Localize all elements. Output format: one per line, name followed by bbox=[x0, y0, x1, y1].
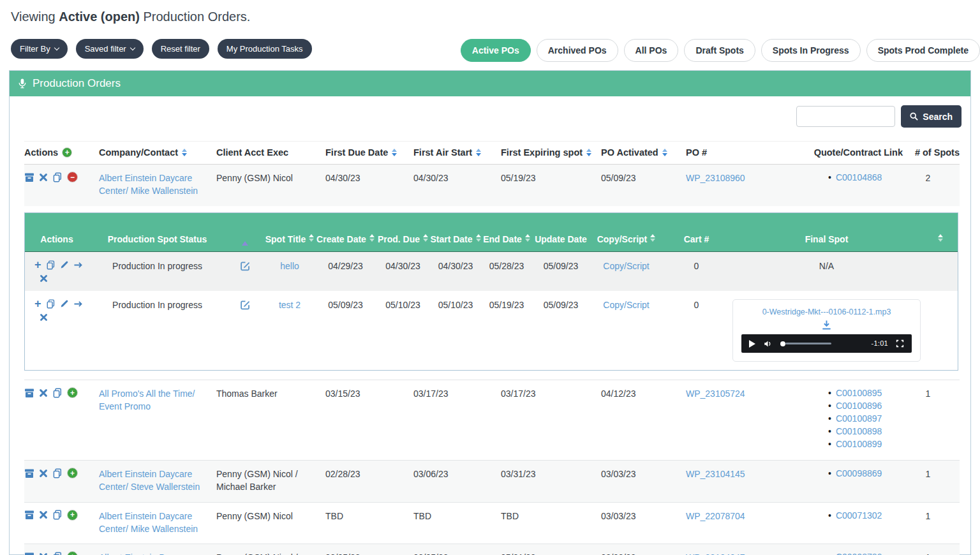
col-po-activated[interactable]: PO Activated bbox=[601, 147, 686, 158]
tab-draft-spots[interactable]: Draft Spots bbox=[684, 39, 755, 62]
po-number-link[interactable]: WP_23104145 bbox=[686, 469, 745, 479]
col-first-expiring[interactable]: First Expiring spot bbox=[501, 147, 601, 158]
arrow-right-icon[interactable] bbox=[73, 300, 83, 308]
delete-x-icon[interactable] bbox=[39, 552, 48, 555]
tab-archived-pos[interactable]: Archived POs bbox=[537, 39, 618, 62]
play-icon[interactable] bbox=[749, 340, 755, 348]
archive-icon[interactable] bbox=[24, 552, 34, 555]
delete-x-icon[interactable] bbox=[40, 274, 48, 283]
reset-filter-button[interactable]: Reset filter bbox=[152, 39, 209, 59]
spot-copy-script-cell: Copy/Script bbox=[590, 299, 663, 312]
activate-icon[interactable]: + bbox=[67, 468, 78, 478]
quote-link[interactable]: C00100895 bbox=[836, 387, 882, 400]
edit-square-icon[interactable] bbox=[240, 260, 251, 271]
col-company[interactable]: Company/Contact bbox=[99, 147, 216, 158]
copy-icon[interactable] bbox=[52, 172, 63, 182]
delete-x-icon[interactable] bbox=[40, 313, 48, 322]
pencil-icon[interactable] bbox=[60, 299, 69, 308]
copy-icon[interactable] bbox=[46, 299, 56, 309]
filter-by-label: Filter By bbox=[20, 44, 50, 54]
num-spots-cell: 1 bbox=[903, 510, 960, 522]
po-number-link[interactable]: WP_22078704 bbox=[686, 511, 745, 521]
archive-icon[interactable] bbox=[24, 510, 34, 520]
edit-square-icon[interactable] bbox=[240, 299, 251, 310]
tab-spots-prod-complete[interactable]: Spots Prod Complete bbox=[866, 39, 980, 62]
company-contact-cell: Albert Einstein Daycare Center/ Mike Wal… bbox=[99, 510, 216, 536]
delete-x-icon[interactable] bbox=[39, 510, 48, 519]
company-contact-link[interactable]: Albert Einstein Daycare Center/ Mike Wal… bbox=[99, 173, 198, 196]
company-contact-link[interactable]: Albert Einstein Daycare Center/ Mike Wal… bbox=[99, 511, 198, 534]
volume-icon[interactable] bbox=[763, 339, 773, 348]
activate-icon[interactable]: + bbox=[67, 551, 78, 555]
copy-icon[interactable] bbox=[52, 552, 63, 555]
copy-icon[interactable] bbox=[52, 468, 63, 478]
my-production-tasks-button[interactable]: My Production Tasks bbox=[218, 39, 312, 59]
add-icon[interactable]: + bbox=[34, 260, 41, 269]
company-contact-link[interactable]: All Promo's All the Time/ Event Promo bbox=[99, 389, 195, 411]
saved-filter-button[interactable]: Saved filter bbox=[76, 39, 144, 59]
activate-icon[interactable]: + bbox=[67, 387, 78, 398]
microphone-icon bbox=[18, 78, 27, 89]
spot-title-link[interactable]: hello bbox=[280, 261, 299, 271]
quote-link[interactable]: C00104868 bbox=[836, 172, 882, 184]
copy-script-link[interactable]: Copy/Script bbox=[603, 261, 649, 271]
spot-col-tail-sort[interactable] bbox=[923, 234, 958, 246]
audio-file-link[interactable]: 0-Westridge-Mkt---0106-0112-1.mp3 bbox=[741, 307, 912, 318]
spot-col-end-label: End Date bbox=[483, 233, 522, 246]
toolbar: Filter By Saved filter Reset filter My P… bbox=[11, 39, 980, 62]
quote-link[interactable]: C00071302 bbox=[836, 510, 882, 522]
copy-icon[interactable] bbox=[52, 510, 63, 520]
copy-icon[interactable] bbox=[52, 388, 63, 398]
spot-col-title[interactable]: Spot Title bbox=[264, 233, 315, 246]
quote-link[interactable]: C00100897 bbox=[836, 413, 882, 426]
spot-col-start[interactable]: Start Date bbox=[430, 233, 481, 246]
seek-handle[interactable] bbox=[780, 341, 785, 346]
quote-link[interactable]: C00098786 bbox=[836, 551, 882, 555]
col-first-air[interactable]: First Air Start bbox=[413, 147, 501, 158]
copy-icon[interactable] bbox=[46, 260, 56, 270]
fullscreen-icon[interactable] bbox=[896, 339, 904, 348]
search-input[interactable] bbox=[796, 106, 895, 127]
quote-link[interactable]: C00100899 bbox=[836, 438, 882, 451]
quote-link[interactable]: C00100896 bbox=[836, 400, 882, 413]
spot-col-copy-script[interactable]: Copy/Script bbox=[590, 233, 663, 246]
spot-col-status[interactable]: Production Spot Status bbox=[89, 233, 226, 246]
archive-icon[interactable] bbox=[24, 388, 34, 398]
spot-create-cell: 05/09/23 bbox=[315, 299, 376, 312]
spot-col-end[interactable]: End Date bbox=[481, 233, 532, 246]
tab-spots-in-progress[interactable]: Spots In Progress bbox=[761, 39, 861, 62]
search-icon bbox=[910, 112, 918, 121]
add-po-icon[interactable]: + bbox=[62, 147, 72, 158]
filter-by-button[interactable]: Filter By bbox=[11, 39, 68, 59]
tab-all-pos[interactable]: All POs bbox=[624, 39, 679, 62]
arrow-right-icon[interactable] bbox=[73, 261, 83, 269]
search-button[interactable]: Search bbox=[901, 105, 961, 128]
spot-end-cell: 05/28/23 bbox=[481, 260, 532, 273]
delete-x-icon[interactable] bbox=[39, 173, 48, 182]
archive-icon[interactable] bbox=[24, 468, 34, 478]
archive-icon[interactable] bbox=[24, 172, 34, 182]
download-icon[interactable] bbox=[741, 320, 912, 330]
po-number-cell: WP_23105724 bbox=[686, 387, 788, 400]
delete-x-icon[interactable] bbox=[39, 469, 48, 478]
spot-col-create[interactable]: Create Date bbox=[315, 233, 376, 246]
spot-title-link[interactable]: test 2 bbox=[279, 300, 301, 310]
seek-bar[interactable] bbox=[780, 341, 863, 346]
company-contact-link[interactable]: Albert Einstein Daycare Center/ Steve Wa… bbox=[99, 469, 200, 492]
tab-active-pos[interactable]: Active POs bbox=[461, 39, 531, 62]
quote-link[interactable]: C00098869 bbox=[836, 468, 882, 480]
pencil-icon[interactable] bbox=[60, 260, 69, 269]
deactivate-icon[interactable]: − bbox=[67, 172, 78, 182]
po-number-link[interactable]: WP_23104047 bbox=[686, 552, 745, 555]
copy-script-link[interactable]: Copy/Script bbox=[603, 300, 649, 310]
row-actions: + bbox=[24, 551, 99, 555]
delete-x-icon[interactable] bbox=[39, 389, 48, 397]
col-first-due[interactable]: First Due Date bbox=[325, 147, 413, 158]
company-contact-link[interactable]: Albert Einstein Daycare bbox=[99, 552, 192, 555]
po-number-link[interactable]: WP_23105724 bbox=[686, 389, 745, 399]
quote-link[interactable]: C00100898 bbox=[836, 426, 882, 438]
po-number-link[interactable]: WP_23108960 bbox=[686, 173, 745, 183]
spot-col-prod-due[interactable]: Prod. Due bbox=[376, 233, 430, 246]
add-icon[interactable]: + bbox=[34, 299, 41, 308]
activate-icon[interactable]: + bbox=[67, 510, 78, 521]
